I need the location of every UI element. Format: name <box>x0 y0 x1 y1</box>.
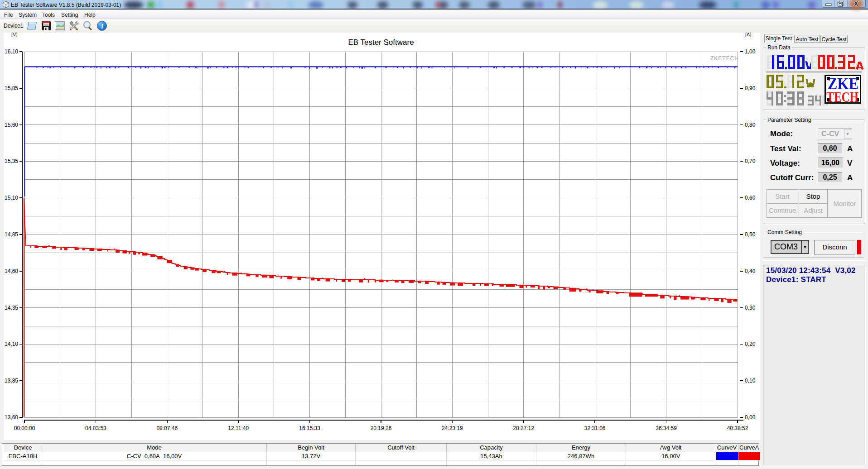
svg-text:08:07:46: 08:07:46 <box>156 425 178 431</box>
svg-text:0,00: 0,00 <box>745 414 756 421</box>
svg-text:0,20: 0,20 <box>745 341 756 347</box>
svg-text:04:03:53: 04:03:53 <box>85 425 106 431</box>
svg-text:36:34:59: 36:34:59 <box>656 425 677 431</box>
svg-text:00:00:00: 00:00:00 <box>14 425 35 431</box>
svg-text:14,10: 14,10 <box>5 341 18 347</box>
svg-text:0,30: 0,30 <box>745 305 756 311</box>
svg-text:[V]: [V] <box>11 33 17 37</box>
svg-text:0,60: 0,60 <box>745 195 756 201</box>
svg-text:15,60: 15,60 <box>5 122 18 128</box>
svg-text:X: X <box>854 0 858 7</box>
svg-text:24:23:19: 24:23:19 <box>442 425 463 431</box>
svg-text:0,40: 0,40 <box>745 268 756 274</box>
svg-text:0,90: 0,90 <box>745 85 756 91</box>
svg-text:28:27:12: 28:27:12 <box>513 425 534 431</box>
svg-text:0,10: 0,10 <box>745 378 756 384</box>
svg-text:15,10: 15,10 <box>5 195 18 201</box>
svg-text:14,35: 14,35 <box>5 305 18 311</box>
svg-text:15,85: 15,85 <box>5 85 18 91</box>
svg-text:32:31:06: 32:31:06 <box>584 425 606 431</box>
svg-text:0,50: 0,50 <box>745 231 756 238</box>
svg-text:20:19:26: 20:19:26 <box>371 425 392 431</box>
svg-text:0,70: 0,70 <box>745 158 756 164</box>
svg-text:[A]: [A] <box>745 33 751 37</box>
svg-text:EB Tester Software: EB Tester Software <box>348 38 414 47</box>
svg-text:0,80: 0,80 <box>745 122 756 128</box>
svg-text:16,10: 16,10 <box>5 48 18 55</box>
svg-text:13,85: 13,85 <box>5 378 18 384</box>
svg-text:14,85: 14,85 <box>5 231 18 238</box>
svg-text:16:15:33: 16:15:33 <box>299 425 320 431</box>
svg-text:15,35: 15,35 <box>5 158 18 164</box>
svg-text:12:11:40: 12:11:40 <box>228 425 249 431</box>
svg-text:ZKETECH: ZKETECH <box>710 55 739 62</box>
svg-text:14,60: 14,60 <box>5 268 18 274</box>
svg-text:1,00: 1,00 <box>745 48 756 55</box>
svg-text:40:38:52: 40:38:52 <box>727 425 748 431</box>
svg-text:13,60: 13,60 <box>5 414 18 421</box>
